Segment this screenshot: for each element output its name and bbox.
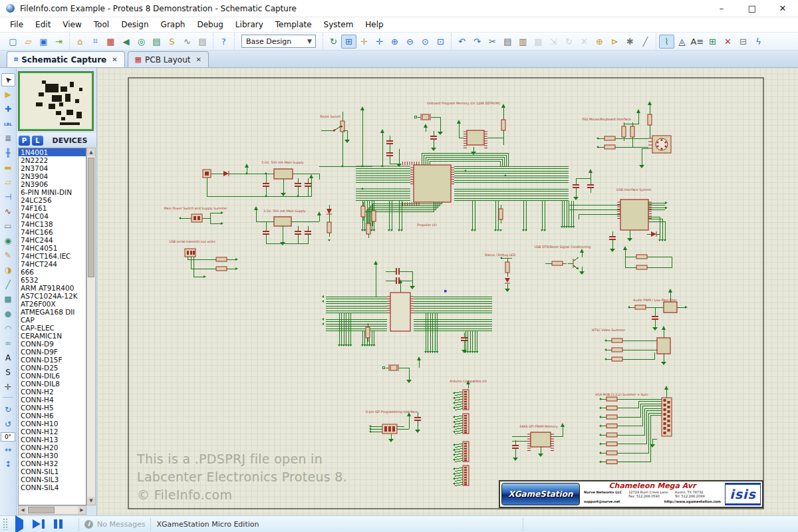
menu-help[interactable]: Help [359,19,389,31]
origin-icon[interactable]: ✛ [356,35,372,49]
component-mode-icon[interactable]: ▶ [1,88,15,101]
packaging-tool-icon[interactable]: ✱ [622,35,638,49]
device-list-item[interactable]: CONN-D9F [19,348,86,356]
report-module-icon[interactable]: ▤ [195,35,210,49]
waveform-module-icon[interactable]: ∿ [180,35,195,49]
close-icon[interactable]: ✕ [196,56,201,63]
marker-mode-icon[interactable]: ✛ [1,380,15,394]
device-list-item[interactable]: AS7C1024A-12K [19,292,86,300]
scroll-down-icon[interactable]: ▼ [87,497,95,505]
save-icon[interactable]: ▣ [36,35,51,49]
menu-view[interactable]: View [57,19,87,31]
scroll-left-icon[interactable]: ◀ [19,506,27,514]
device-list-hscrollbar[interactable]: ◀ ▶ [18,505,86,515]
electrical-rules-check-icon[interactable]: ϟ [751,35,766,49]
device-list-item[interactable]: CONN-H6 [19,412,86,420]
import-project-icon[interactable]: ⇥ [51,35,66,49]
redraw-icon[interactable]: ↻ [326,35,341,49]
device-list-item[interactable]: 2N3906 [19,180,86,188]
device-list-item[interactable]: CONN-D25 [19,364,86,372]
home-icon[interactable]: ⌂ [72,35,88,49]
device-list-item[interactable]: 74HCT244 [19,260,86,268]
help-icon[interactable]: ? [216,35,231,49]
device-list-item[interactable]: 74HC138 [19,220,86,228]
pcb-layout-module-icon[interactable]: ▦ [103,35,118,49]
2d-symbol-mode-icon[interactable]: S [1,366,15,379]
make-device-icon[interactable]: ⊳ [607,35,622,49]
wire-label-mode-icon[interactable]: LBL [1,117,15,130]
device-list-item[interactable]: CAP-ELEC [19,324,86,332]
pick-device-icon[interactable]: ⊕ [592,35,607,49]
device-pins-mode-icon[interactable]: ⊣ [1,190,15,203]
menu-tool[interactable]: Tool [88,19,115,31]
2d-line-mode-icon[interactable]: ╱ [1,278,15,291]
device-list-item[interactable]: 1N4001 [19,148,86,156]
device-list-item[interactable]: CONN-D9 [19,340,86,348]
zoom-out-icon[interactable]: ⊖ [402,35,418,49]
tape-recorder-mode-icon[interactable]: ▭ [1,219,15,233]
zoom-in-icon[interactable]: ⊕ [387,35,402,49]
subcircuit-mode-icon[interactable]: ▬ [1,161,15,174]
device-list-item[interactable]: 666 [19,268,86,276]
device-list-item[interactable]: CONN-H20 [19,444,86,452]
rotation-angle-field[interactable] [1,432,15,442]
schematic-canvas[interactable]: Onboard Program Memory (Or 128K EEPROM)R… [97,68,798,515]
graph-mode-icon[interactable]: ∿ [1,205,15,218]
device-list-item[interactable]: 2N3904 [19,172,86,180]
design-root-dropdown[interactable]: Base Design▼ [241,35,316,48]
mirror-horizontal-button-icon[interactable]: ↔ [1,443,15,456]
device-list-item[interactable]: ARM AT91R400 [19,284,86,292]
exit-to-parent-sheet-icon[interactable]: ⊟ [735,35,751,49]
schematic-capture-module-icon[interactable]: ⌗ [88,35,103,49]
device-list-item[interactable]: CONN-DIL8 [19,380,86,388]
generator-mode-icon[interactable]: ◉ [1,234,15,247]
step-simulation-button[interactable] [33,519,45,529]
text-script-mode-icon[interactable]: ≣ [1,132,15,145]
device-list-item[interactable]: CONN-H10 [19,420,86,428]
menu-template[interactable]: Template [269,19,318,31]
device-list-item[interactable]: 74HC166 [19,228,86,236]
device-list-item[interactable]: CERAMIC1N [19,332,86,340]
property-assignment-tool-icon[interactable]: A≡ [690,35,705,49]
source-code-module-icon[interactable]: S [164,35,180,49]
2d-box-mode-icon[interactable]: ■ [1,293,15,306]
device-list[interactable]: 1N40012N22222N37042N39042N39066-PIN MINI… [18,148,86,505]
menu-debug[interactable]: Debug [191,19,229,31]
device-list-item[interactable]: ATMEGA168 DII [19,308,86,316]
device-list-item[interactable]: 74HC04 [19,212,86,220]
undo-icon[interactable]: ↶ [454,35,469,49]
remove-sheet-icon[interactable]: ✕ [720,35,735,49]
2d-arc-mode-icon[interactable]: ◠ [1,322,15,335]
rotate-clockwise-button-icon[interactable]: ↻ [1,403,15,416]
close-button[interactable]: ✕ [767,0,798,17]
copy-icon[interactable]: ▤ [500,35,515,49]
minimize-button[interactable]: – [706,0,737,17]
2d-path-mode-icon[interactable]: ∞ [1,336,15,350]
device-list-item[interactable]: CONN-SIL4 [19,483,86,491]
device-list-item[interactable]: CONN-H30 [19,452,86,460]
device-list-item[interactable]: CONN-DIL6 [19,372,86,380]
new-file-icon[interactable]: ▢ [5,35,21,49]
wire-autorouter-icon[interactable]: ⌇ [659,35,674,49]
device-list-item[interactable]: 74F161 [19,204,86,212]
menu-edit[interactable]: Edit [29,19,57,31]
device-list-item[interactable]: CONN-H13 [19,436,86,444]
simulation-module-icon[interactable]: ◀ [118,35,134,49]
device-list-item[interactable]: CONN-H2 [19,388,86,396]
redo-icon[interactable]: ↷ [469,35,485,49]
design-explorer-module-icon[interactable]: ▤ [149,35,164,49]
device-list-item[interactable]: 74HC244 [19,236,86,244]
device-list-vscrollbar[interactable]: ▲ ▼ [86,148,96,505]
device-list-item[interactable]: CONN-H12 [19,428,86,436]
device-list-item[interactable]: 74HCT164.IEC [19,252,86,260]
device-list-item[interactable]: CAP [19,316,86,324]
device-list-item[interactable]: CONN-H32 [19,460,86,467]
buses-mode-icon[interactable]: ╫ [1,146,15,160]
run-simulation-button[interactable] [15,520,23,529]
device-list-item[interactable]: AT26F00X [19,300,86,308]
device-list-item[interactable]: 6-PIN MINI-DIN [19,188,86,196]
grid-toggle-icon[interactable]: ⊞ [341,35,356,49]
menu-design[interactable]: Design [115,19,154,31]
device-list-item[interactable]: 2N2222 [19,156,86,164]
device-list-item[interactable]: 74HC4051 [19,244,86,252]
